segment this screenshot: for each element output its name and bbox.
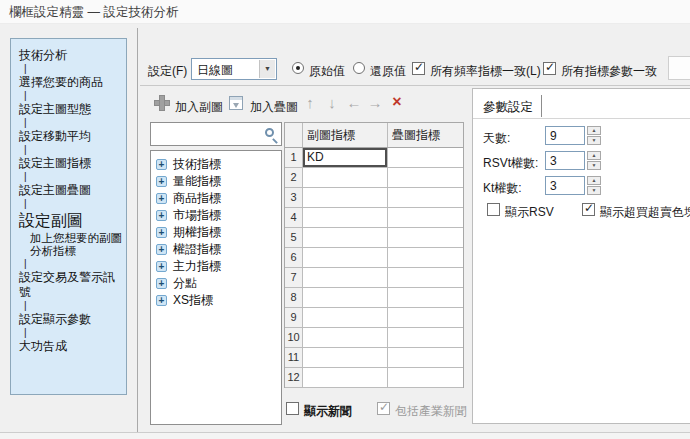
grid-row-10: 10	[285, 328, 463, 348]
row-number[interactable]: 12	[285, 368, 303, 387]
checkbox-show-rsv-label[interactable]: 顯示RSV	[505, 204, 554, 221]
expand-plus-icon[interactable]: +	[156, 244, 167, 255]
radio-original-label[interactable]: 原始值	[309, 63, 345, 80]
row-number[interactable]: 11	[285, 348, 303, 367]
grid-cell-subchart[interactable]	[303, 188, 388, 207]
row-number[interactable]: 2	[285, 168, 303, 187]
spin-down-icon[interactable]: ▼	[587, 161, 601, 170]
grid-cell-overlay[interactable]	[388, 168, 463, 187]
row-number[interactable]: 8	[285, 288, 303, 307]
grid-cell-subchart[interactable]	[303, 268, 388, 287]
spin-up-icon[interactable]: ▲	[587, 176, 601, 185]
move-down-button[interactable]: ↓	[323, 93, 341, 113]
expand-plus-icon[interactable]: +	[156, 295, 167, 306]
tab-params[interactable]: 參數設定	[479, 95, 542, 117]
days-label: 天數:	[483, 130, 510, 147]
days-input[interactable]: 9	[545, 126, 585, 145]
tree-group-market[interactable]: + 市場指標	[151, 207, 281, 224]
tree-group-warrants[interactable]: + 權證指標	[151, 241, 281, 258]
rsv-weight-input[interactable]: 3	[545, 151, 585, 170]
tree-group-institutional[interactable]: + 主力指標	[151, 258, 281, 275]
expand-plus-icon[interactable]: +	[156, 159, 167, 170]
spin-down-icon[interactable]: ▼	[587, 136, 601, 145]
grid-cell-subchart[interactable]	[303, 308, 388, 327]
tree-group-xs[interactable]: + XS指標	[151, 292, 281, 309]
checkbox-show-rsv[interactable]	[487, 203, 500, 216]
setting-label: 設定(F)	[148, 63, 187, 80]
grid-cell-overlay[interactable]	[388, 268, 463, 287]
grid-cell-subchart[interactable]	[303, 228, 388, 247]
expand-plus-icon[interactable]: +	[156, 176, 167, 187]
checkbox-all-frequency[interactable]: ✓	[412, 62, 425, 75]
clipped-edge-button[interactable]	[668, 56, 690, 80]
overlay-window-icon[interactable]	[229, 96, 243, 110]
grid-cell-overlay[interactable]	[388, 288, 463, 307]
indicator-search-input[interactable]	[154, 125, 260, 143]
grid-cell-subchart[interactable]	[303, 328, 388, 347]
checkbox-show-zone[interactable]: ✓	[582, 203, 595, 216]
grid-cell-overlay[interactable]	[388, 368, 463, 387]
spin-up-icon[interactable]: ▲	[587, 151, 601, 160]
row-number[interactable]: 1	[285, 148, 303, 167]
expand-plus-icon[interactable]: +	[156, 278, 167, 289]
checkbox-all-params-label[interactable]: 所有指標參數一致	[561, 63, 657, 80]
grid-cell-subchart[interactable]	[303, 368, 388, 387]
grid-cell-overlay[interactable]	[388, 208, 463, 227]
move-up-button[interactable]: ↑	[301, 93, 319, 113]
frequency-dropdown[interactable]: 日線圖 ▼	[191, 58, 277, 80]
plus-icon[interactable]	[154, 95, 170, 111]
radio-original-value[interactable]	[292, 62, 304, 74]
row-number[interactable]: 3	[285, 188, 303, 207]
move-right-button[interactable]: →	[366, 93, 384, 113]
row-number[interactable]: 10	[285, 328, 303, 347]
row-number[interactable]: 7	[285, 268, 303, 287]
checkbox-all-params[interactable]: ✓	[543, 62, 556, 75]
tree-group-branch[interactable]: + 分點	[151, 275, 281, 292]
grid-cell-overlay[interactable]	[388, 248, 463, 267]
delete-button[interactable]: ×	[388, 92, 406, 112]
search-icon[interactable]	[265, 128, 274, 137]
radio-adjusted-label[interactable]: 還原值	[370, 63, 406, 80]
checkbox-show-zone-label[interactable]: 顯示超買超賣色塊	[600, 204, 690, 221]
row-number[interactable]: 9	[285, 308, 303, 327]
grid-cell-subchart[interactable]	[303, 348, 388, 367]
k-weight-input[interactable]: 3	[545, 176, 585, 195]
expand-plus-icon[interactable]: +	[156, 261, 167, 272]
checkbox-show-news[interactable]	[286, 402, 299, 415]
grid-cell-overlay[interactable]	[388, 228, 463, 247]
grid-cell-subchart[interactable]	[303, 248, 388, 267]
grid-cell-subchart[interactable]	[303, 288, 388, 307]
tree-group-technical[interactable]: + 技術指標	[151, 156, 281, 173]
grid-cell-subchart-selected[interactable]: KD	[303, 148, 388, 167]
grid-cell-overlay[interactable]	[388, 148, 463, 167]
wizard-step-choose-product: 選擇您要的商品	[19, 75, 122, 90]
grid-cell-subchart[interactable]	[303, 168, 388, 187]
tree-group-futures-options[interactable]: + 期權指標	[151, 224, 281, 241]
grid-cell-subchart[interactable]	[303, 208, 388, 227]
expand-plus-icon[interactable]: +	[156, 193, 167, 204]
row-number[interactable]: 6	[285, 248, 303, 267]
row-number[interactable]: 5	[285, 228, 303, 247]
checkbox-include-industry-news[interactable]: ✓	[377, 402, 390, 415]
spin-down-icon[interactable]: ▼	[587, 186, 601, 195]
tree-group-volume[interactable]: + 量能指標	[151, 173, 281, 190]
spin-up-icon[interactable]: ▲	[587, 126, 601, 135]
grid-cell-overlay[interactable]	[388, 328, 463, 347]
indicator-search-box[interactable]	[150, 122, 282, 146]
add-overlay-button[interactable]: 加入疊圖	[250, 99, 298, 116]
days-stepper: 9 ▲ ▼	[545, 126, 601, 145]
grid-cell-overlay[interactable]	[388, 308, 463, 327]
expand-plus-icon[interactable]: +	[156, 210, 167, 221]
grid-cell-overlay[interactable]	[388, 348, 463, 367]
move-left-button[interactable]: ←	[345, 93, 363, 113]
row-number[interactable]: 4	[285, 208, 303, 227]
checkbox-all-frequency-label[interactable]: 所有頻率指標一致(L)	[430, 63, 541, 80]
chevron-down-icon[interactable]: ▼	[259, 60, 275, 78]
expand-plus-icon[interactable]: +	[156, 227, 167, 238]
checkbox-show-news-label[interactable]: 顯示新聞	[304, 403, 352, 420]
checkbox-include-industry-news-label[interactable]: 包括產業新聞	[395, 403, 467, 420]
tree-group-product[interactable]: + 商品指標	[151, 190, 281, 207]
grid-cell-overlay[interactable]	[388, 188, 463, 207]
radio-adjusted-value[interactable]	[353, 62, 365, 74]
add-subchart-button[interactable]: 加入副圖	[175, 99, 223, 116]
